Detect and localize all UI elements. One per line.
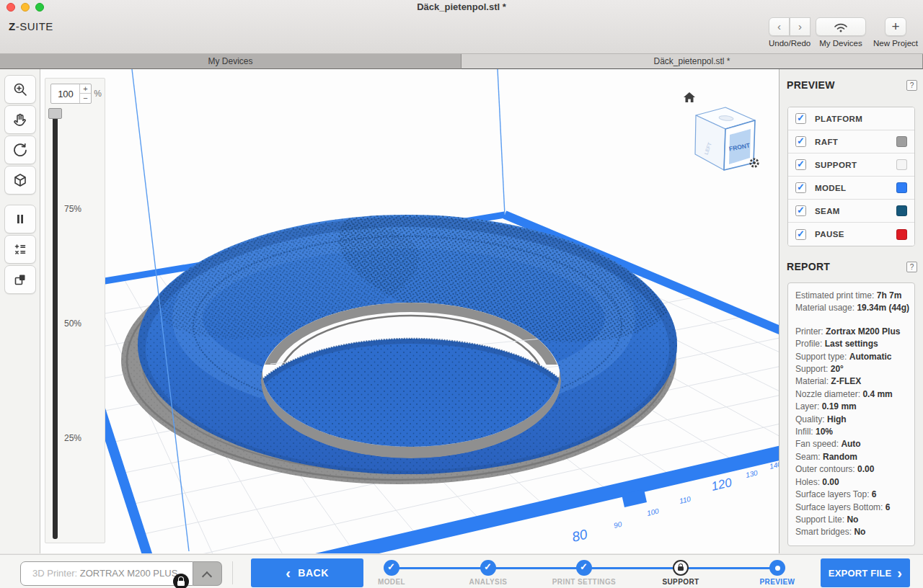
logo-suite: -SUITE xyxy=(16,20,53,32)
pause-swatch[interactable] xyxy=(896,229,907,240)
preview-row-raft[interactable]: RAFT xyxy=(788,130,914,153)
report-line: Surface layers Bottom: 6 xyxy=(795,502,907,514)
app-logo: Z-SUITE xyxy=(9,20,53,32)
support-swatch[interactable] xyxy=(896,159,907,170)
model-checkbox[interactable] xyxy=(795,182,806,193)
seam-checkbox[interactable] xyxy=(795,205,806,216)
tab-my-devices[interactable]: My Devices xyxy=(0,54,462,69)
tab-current-file[interactable]: Däck_pietenpol.stl * xyxy=(462,54,923,69)
tab-bar: My Devices Däck_pietenpol.stl * xyxy=(0,54,923,69)
layers-tool-button[interactable] xyxy=(4,265,36,294)
my-devices-label: My Devices xyxy=(816,39,866,48)
bottom-bar: 3D Printer: ZORTRAX M200 PLUS ‹ BACK MOD… xyxy=(0,554,923,588)
pause-print-tool-button[interactable] xyxy=(4,205,36,233)
step-analysis-marker[interactable] xyxy=(480,560,496,576)
preview-row-seam[interactable]: SEAM xyxy=(788,200,914,223)
pan-tool-button[interactable] xyxy=(4,105,36,134)
rotate-view-tool-button[interactable] xyxy=(4,135,36,164)
slider-tick-25: 25% xyxy=(64,433,81,443)
preview-row-support[interactable]: SUPPORT xyxy=(788,153,914,177)
step-support-marker[interactable] xyxy=(673,560,689,576)
report-panel-title: REPORT xyxy=(787,261,830,272)
model-swatch[interactable] xyxy=(896,182,907,193)
my-devices-button[interactable] xyxy=(816,17,866,36)
pause-checkbox[interactable] xyxy=(795,229,806,240)
preview-row-pause[interactable]: PAUSE xyxy=(788,223,914,246)
preview-row-platform[interactable]: PLATFORM xyxy=(788,107,914,130)
report-line: Holes: 0.00 xyxy=(795,476,907,489)
platform-checkbox[interactable] xyxy=(795,113,806,124)
slider-tick-75: 75% xyxy=(64,204,81,214)
layer-slider-thumb[interactable] xyxy=(48,108,62,119)
pause-print-icon xyxy=(12,211,28,227)
export-file-button[interactable]: EXPORT FILE › xyxy=(821,558,910,587)
view-3d-tool-button[interactable] xyxy=(4,166,36,195)
zoom-in-icon xyxy=(12,81,28,97)
printer-prefix: 3D Printer: xyxy=(32,568,80,579)
support-label: SUPPORT xyxy=(815,161,896,169)
preview-help-button[interactable]: ? xyxy=(906,80,917,91)
report-help-button[interactable]: ? xyxy=(906,262,917,272)
print-values-tool-button[interactable] xyxy=(4,235,36,264)
step-preview-marker[interactable] xyxy=(769,560,785,576)
rotate-view-icon xyxy=(12,142,28,158)
pan-hand-icon xyxy=(12,112,28,128)
printer-name: ZORTRAX M200 PLUS xyxy=(80,568,178,579)
window-header: Däck_pietenpol.stl * Z-SUITE ‹› Undo/Red… xyxy=(0,0,923,54)
printer-lock-badge xyxy=(173,574,189,588)
raft-checkbox[interactable] xyxy=(795,136,806,147)
report-line: Support Lite: No xyxy=(795,514,907,526)
percent-unit-label: % xyxy=(93,84,102,104)
preview-layers-card: PLATFORM RAFT SUPPORT MODEL SEAM PAUSE xyxy=(787,107,915,246)
printer-select[interactable]: 3D Printer: ZORTRAX M200 PLUS xyxy=(20,561,193,586)
printer-dropdown-button[interactable] xyxy=(193,561,222,586)
report-line: Profile: Last settings xyxy=(795,338,907,350)
layer-slider-track[interactable] xyxy=(53,112,58,539)
new-project-button[interactable]: + xyxy=(885,17,906,36)
bottom-bar-divider xyxy=(232,561,233,584)
model-label: MODEL xyxy=(815,184,896,192)
back-button-label: BACK xyxy=(298,567,328,579)
right-panel: PREVIEW ? PLATFORM RAFT SUPPORT MODEL SE… xyxy=(779,69,923,553)
pause-label: PAUSE xyxy=(815,230,896,239)
raft-swatch[interactable] xyxy=(896,136,907,147)
scene-canvas: 80 90 100 110 120 130 140 xyxy=(40,69,779,553)
window-title: Däck_pietenpol.stl * xyxy=(0,1,923,12)
report-line: Printer: Zortrax M200 Plus xyxy=(795,326,907,338)
left-tool-rail xyxy=(0,69,40,553)
preview-row-model[interactable]: MODEL xyxy=(788,177,914,200)
step-print-settings-label[interactable]: PRINT SETTINGS xyxy=(541,578,627,586)
step-preview-label[interactable]: PREVIEW xyxy=(734,578,821,586)
zoom-percent-input[interactable] xyxy=(51,84,80,103)
step-model-marker[interactable] xyxy=(384,560,399,576)
report-line: Outer contours: 0.00 xyxy=(795,463,907,476)
report-line: Layer: 0.19 mm xyxy=(795,401,907,413)
chevron-left-icon: ‹ xyxy=(286,566,291,580)
support-checkbox[interactable] xyxy=(795,159,806,170)
report-line: Surface layers Top: 6 xyxy=(795,489,907,501)
zoom-in-tool-button[interactable] xyxy=(4,75,36,104)
undo-button[interactable]: ‹ xyxy=(769,17,790,36)
report-line: Support type: Automatic xyxy=(795,351,907,363)
undo-redo-group: ‹› Undo/Redo xyxy=(769,17,811,48)
seam-swatch[interactable] xyxy=(896,205,907,216)
zoom-increase-button[interactable]: + xyxy=(80,84,91,94)
zoom-decrease-button[interactable]: − xyxy=(80,94,91,103)
undo-redo-label: Undo/Redo xyxy=(769,39,811,48)
logo-z: Z xyxy=(9,20,16,32)
raft-label: RAFT xyxy=(815,138,896,146)
zoom-stepper: + − xyxy=(79,84,91,103)
step-model-label[interactable]: MODEL xyxy=(348,578,435,586)
step-analysis-label[interactable]: ANALYSIS xyxy=(445,578,531,586)
step-support-label[interactable]: SUPPORT xyxy=(637,578,724,586)
step-print-settings-marker[interactable] xyxy=(576,560,592,576)
viewport-3d[interactable]: 80 90 100 110 120 130 140 xyxy=(40,69,779,553)
report-line: Material: Z-FLEX xyxy=(795,375,907,388)
report-line: Smart bridges: No xyxy=(795,526,907,538)
redo-button[interactable]: › xyxy=(790,17,811,36)
back-button[interactable]: ‹ BACK xyxy=(251,558,363,587)
report-line: Material usage: 19.34m (44g) xyxy=(795,302,907,314)
chevron-left-icon: ‹ xyxy=(777,20,781,32)
print-values-icon xyxy=(12,241,28,257)
zoom-percent-box: + − xyxy=(50,84,92,104)
